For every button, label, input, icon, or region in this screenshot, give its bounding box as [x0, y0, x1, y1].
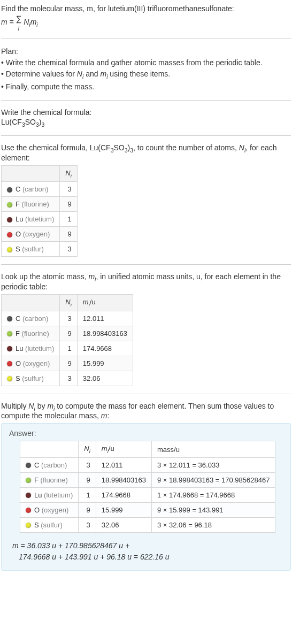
- hdr-N: N: [84, 444, 89, 453]
- element-cell: S (sulfur): [2, 242, 60, 257]
- el-N: 3: [60, 242, 78, 257]
- el-mass: 9 × 18.998403163 = 170.985628467: [151, 472, 275, 487]
- plan-b2-b: and: [83, 70, 100, 78]
- table-header-row: Ni: [2, 165, 78, 182]
- el-N: 3: [60, 371, 78, 386]
- hdr-m: m: [102, 444, 107, 453]
- el-sym: F: [34, 476, 39, 484]
- step4-text: Multiply Ni by mi to compute the mass fo…: [1, 402, 291, 420]
- el-name: (carbon): [20, 185, 48, 193]
- plan-title: Plan:: [1, 46, 291, 57]
- s4d: :: [107, 411, 109, 420]
- col-Ni: Ni: [60, 294, 78, 311]
- el-mass: 1 × 174.9668 = 174.9668: [151, 487, 275, 502]
- table-row: F (fluorine) 9 18.998403163 9 × 18.99840…: [20, 472, 275, 487]
- plan-Ni-N: N: [77, 70, 82, 78]
- el-sym: O: [34, 506, 40, 514]
- step3-text: Look up the atomic mass, mi, in unified …: [1, 272, 291, 291]
- answer-table: Ni mi/u mass/u C (carbon) 3 12.011 3 × 1…: [20, 441, 275, 533]
- plan-section: Plan: • Write the chemical formula and g…: [1, 44, 291, 95]
- eq-N: N: [24, 18, 29, 26]
- s4b: by: [35, 402, 48, 410]
- el-m: 32.06: [77, 371, 133, 386]
- el-sym: S: [34, 521, 39, 529]
- s2d: , to count the number of atoms,: [133, 143, 239, 152]
- el-N: 1: [60, 212, 78, 227]
- table-row: Lu (lutetium) 1 174.9668 1 × 174.9668 = …: [20, 487, 275, 502]
- hdr-u: /u: [109, 444, 114, 453]
- el-N: 9: [79, 502, 96, 517]
- el-name: (fluorine): [20, 329, 49, 338]
- el-sym: C: [16, 185, 20, 193]
- s2-Ni-N: N: [239, 143, 244, 152]
- element-dot-icon: [7, 232, 12, 237]
- el-name: (fluorine): [20, 200, 49, 208]
- el-sym: S: [16, 374, 20, 382]
- element-cell: F (fluorine): [20, 472, 79, 487]
- el-N: 9: [60, 326, 78, 341]
- element-cell: Lu (lutetium): [2, 212, 60, 227]
- el-sym: C: [34, 461, 39, 469]
- el-m: 18.998403163: [96, 472, 151, 487]
- el-m: 18.998403163: [77, 326, 133, 341]
- col-element: [20, 441, 79, 458]
- el-name: (sulfur): [20, 245, 44, 253]
- element-cell: S (sulfur): [20, 517, 79, 532]
- atom-count-table: Ni C (carbon) 3 F (fluorine) 9 Lu (lutet…: [1, 165, 78, 257]
- intro-line: Find the molecular mass, m, for lutetium…: [1, 4, 291, 13]
- hdr-N: N: [65, 169, 70, 177]
- answer-box: Answer: Ni mi/u mass/u C (carbon) 3 12.0…: [1, 423, 291, 571]
- hdr-i: i: [89, 448, 90, 454]
- element-dot-icon: [7, 217, 12, 223]
- element-cell: Lu (lutetium): [2, 341, 60, 356]
- element-cell: O (oxygen): [2, 356, 60, 371]
- el-sym: O: [16, 359, 21, 367]
- step-compute: Multiply Ni by mi to compute the mass fo…: [1, 400, 291, 573]
- element-cell: S (sulfur): [2, 371, 60, 386]
- plan-mi-m: m: [100, 70, 106, 78]
- s3-mi-m: m: [88, 272, 95, 281]
- el-m: 174.9668: [96, 487, 151, 502]
- table-row: Lu (lutetium) 1: [2, 212, 78, 227]
- element-dot-icon: [26, 478, 31, 483]
- step-atomic-mass: Look up the atomic mass, mi, in unified …: [1, 270, 291, 388]
- element-cell: F (fluorine): [2, 326, 60, 341]
- table-row: O (oxygen) 9 15.999 9 × 15.999 = 143.991: [20, 502, 275, 517]
- col-element: [2, 165, 60, 182]
- table-row: O (oxygen) 9 15.999: [2, 356, 133, 371]
- hdr-i: i: [71, 302, 72, 308]
- element-cell: C (carbon): [2, 182, 60, 197]
- intro-equation: m = ∑ i Nimi: [1, 15, 291, 30]
- el-m: 32.06: [96, 517, 151, 532]
- answer-label: Answer:: [9, 429, 283, 438]
- table-row: S (sulfur) 3: [2, 242, 78, 257]
- col-mi: mi/u: [96, 441, 151, 458]
- el-name: (carbon): [20, 315, 48, 323]
- step2-text: Use the chemical formula, Lu(CF3SO3)3, t…: [1, 143, 291, 162]
- el-N: 9: [60, 356, 78, 371]
- table-row: C (carbon) 3 12.011: [2, 311, 133, 326]
- cf-b: SO: [25, 118, 36, 126]
- el-sym: F: [16, 329, 20, 338]
- el-name: (lutetium): [23, 344, 54, 352]
- table-header-row: Ni mi/u: [2, 294, 133, 311]
- table-row: Lu (lutetium) 1 174.9668: [2, 341, 133, 356]
- el-N: 9: [79, 472, 96, 487]
- intro-problem: Find the molecular mass, m, for lutetium…: [1, 2, 291, 33]
- s3a: Look up the atomic mass,: [1, 272, 88, 281]
- element-dot-icon: [7, 202, 12, 208]
- el-name: (oxygen): [21, 230, 50, 238]
- element-cell: C (carbon): [2, 311, 60, 326]
- element-dot-icon: [7, 316, 12, 321]
- table-row: S (sulfur) 3 32.06: [2, 371, 133, 386]
- col-mi: mi/u: [77, 294, 133, 311]
- atomic-mass-table: Ni mi/u C (carbon) 3 12.011 F (fluorine)…: [1, 294, 133, 386]
- el-N: 3: [79, 517, 96, 532]
- el-m: 15.999: [77, 356, 133, 371]
- element-dot-icon: [26, 493, 31, 498]
- element-dot-icon: [7, 331, 12, 336]
- eq-m-sub: i: [36, 21, 37, 28]
- table-row: C (carbon) 3 12.011 3 × 12.011 = 36.033: [20, 457, 275, 472]
- el-name: (lutetium): [42, 491, 73, 499]
- col-Ni: Ni: [79, 441, 96, 458]
